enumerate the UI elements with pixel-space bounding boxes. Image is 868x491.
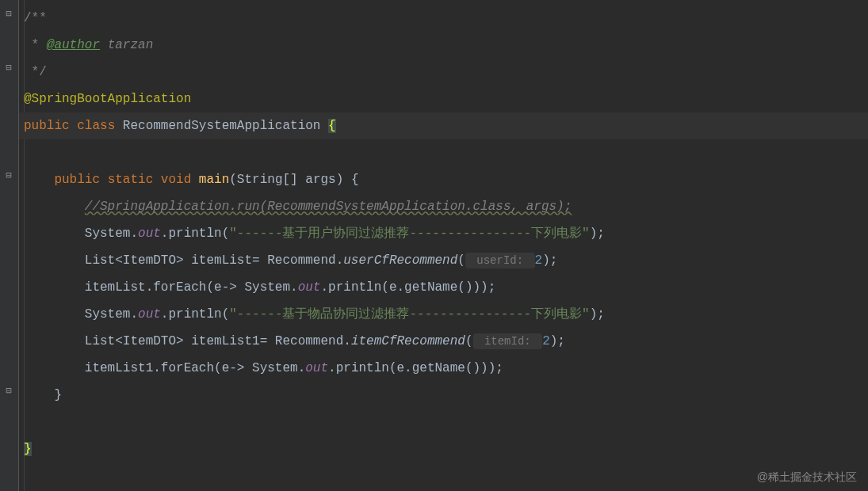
keyword-public: public bbox=[54, 173, 107, 187]
code-line[interactable]: itemList.forEach(e-> System.out.println(… bbox=[19, 274, 868, 301]
code-line[interactable]: /** bbox=[19, 5, 868, 32]
brace-close: } bbox=[54, 388, 62, 402]
indent bbox=[24, 173, 54, 187]
code-line[interactable]: @SpringBootApplication bbox=[19, 86, 868, 112]
println-call: .println( bbox=[161, 226, 229, 241]
code-editor[interactable]: ⊟ ⊟ ⊟ ⊟ /** * @author tarzan */ @SpringB… bbox=[0, 0, 868, 491]
foreach-call: itemList1.forEach(e-> System. bbox=[85, 361, 305, 375]
method-params: (String[] args) { bbox=[229, 173, 358, 187]
code-line[interactable]: } bbox=[19, 436, 868, 462]
code-line[interactable]: itemList1.forEach(e-> System.out.println… bbox=[19, 355, 868, 382]
println-rest: .println(e.getName())); bbox=[328, 361, 503, 375]
param-hint: userId: bbox=[465, 253, 535, 268]
number-literal: 2 bbox=[542, 334, 550, 348]
code-line-current[interactable]: public class RecommendSystemApplication … bbox=[19, 112, 868, 139]
method-call: itemCfRecommend bbox=[351, 334, 465, 348]
doc-comment-end: */ bbox=[24, 65, 47, 79]
indent bbox=[24, 200, 85, 214]
fold-icon[interactable]: ⊟ bbox=[3, 385, 14, 396]
println-call: .println( bbox=[161, 307, 229, 322]
string-literal: "------基于用户协同过滤推荐----------------下列电影" bbox=[229, 226, 589, 241]
stmt-end: ); bbox=[590, 226, 605, 241]
indent bbox=[24, 226, 85, 241]
foreach-call: itemList.forEach(e-> System. bbox=[85, 280, 298, 295]
class-name: RecommendSystemApplication bbox=[123, 119, 328, 133]
code-line[interactable]: public static void main(String[] args) { bbox=[19, 166, 868, 193]
out-field: out bbox=[138, 307, 161, 322]
method-call: userCfRecommend bbox=[343, 253, 457, 268]
fold-icon[interactable]: ⊟ bbox=[3, 62, 14, 73]
paren-open: ( bbox=[465, 334, 473, 348]
var-decl: List<ItemDTO> itemList1= Recommend. bbox=[85, 334, 351, 348]
commented-code: //SpringApplication.run(RecommendSystemA… bbox=[85, 200, 572, 214]
param-hint: itemId: bbox=[473, 333, 543, 349]
string-literal: "------基于物品协同过滤推荐----------------下列电影" bbox=[229, 307, 589, 322]
doc-star: * bbox=[24, 38, 47, 52]
indent bbox=[24, 334, 85, 348]
stmt-end: ); bbox=[542, 253, 557, 268]
var-decl: List<ItemDTO> itemList= Recommend. bbox=[85, 253, 343, 268]
keyword-class: class bbox=[77, 119, 123, 133]
spring-annotation: @SpringBootApplication bbox=[24, 92, 191, 106]
system-ref: System. bbox=[85, 307, 138, 322]
code-line[interactable]: System.out.println("------基于物品协同过滤推荐----… bbox=[19, 301, 868, 328]
brace-open: { bbox=[328, 119, 336, 133]
code-line[interactable]: //SpringApplication.run(RecommendSystemA… bbox=[19, 193, 868, 220]
println-rest: .println(e.getName())); bbox=[320, 280, 495, 295]
system-ref: System. bbox=[85, 226, 138, 241]
doc-comment-start: /** bbox=[24, 11, 47, 25]
code-line-empty[interactable] bbox=[19, 139, 868, 166]
method-main: main bbox=[199, 173, 229, 187]
out-field: out bbox=[298, 280, 321, 295]
out-field: out bbox=[138, 226, 161, 241]
paren-open: ( bbox=[457, 253, 465, 268]
stmt-end: ); bbox=[590, 307, 605, 322]
indent bbox=[24, 307, 85, 322]
code-line-empty[interactable] bbox=[19, 409, 868, 436]
fold-icon[interactable]: ⊟ bbox=[3, 169, 14, 181]
keyword-public: public bbox=[24, 119, 77, 133]
indent bbox=[24, 361, 85, 375]
author-value: tarzan bbox=[100, 38, 153, 52]
code-line[interactable]: * @author tarzan bbox=[19, 32, 868, 59]
code-line[interactable]: System.out.println("------基于用户协同过滤推荐----… bbox=[19, 220, 868, 247]
fold-icon[interactable]: ⊟ bbox=[3, 8, 14, 19]
indent bbox=[24, 388, 54, 402]
code-line[interactable]: List<ItemDTO> itemList1= Recommend.itemC… bbox=[19, 328, 868, 355]
code-line[interactable]: */ bbox=[19, 59, 868, 86]
stmt-end: ); bbox=[550, 334, 565, 348]
code-line[interactable]: } bbox=[19, 382, 868, 409]
code-line[interactable]: List<ItemDTO> itemList= Recommend.userCf… bbox=[19, 247, 868, 274]
brace-close: } bbox=[24, 442, 32, 456]
indent bbox=[24, 280, 85, 295]
gutter: ⊟ ⊟ ⊟ ⊟ bbox=[0, 0, 19, 491]
keyword-void: void bbox=[161, 173, 199, 187]
keyword-static: static bbox=[108, 173, 161, 187]
author-tag: @author bbox=[47, 38, 100, 52]
number-literal: 2 bbox=[535, 253, 543, 268]
code-area[interactable]: /** * @author tarzan */ @SpringBootAppli… bbox=[19, 0, 868, 491]
out-field: out bbox=[305, 361, 328, 375]
watermark: @稀土掘金技术社区 bbox=[757, 470, 857, 485]
indent bbox=[24, 253, 85, 268]
